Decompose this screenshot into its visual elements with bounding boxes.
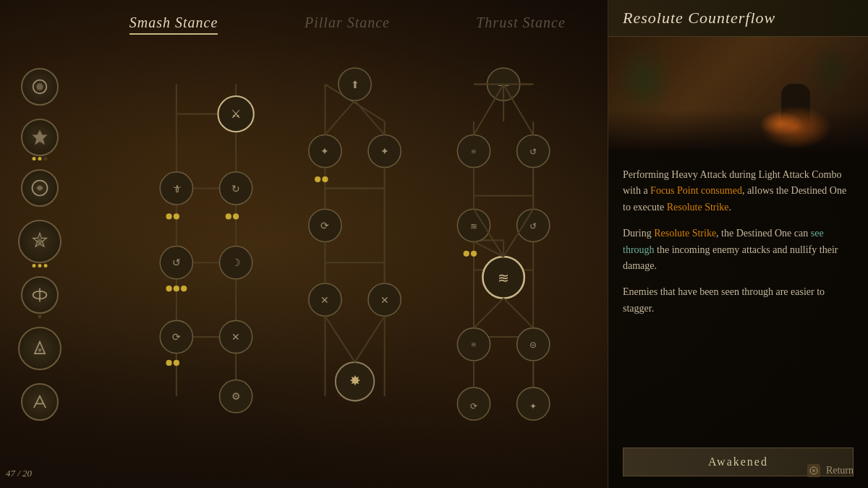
- sidebar-node-4[interactable]: [18, 220, 61, 263]
- svg-text:⚙: ⚙: [231, 390, 241, 402]
- svg-text:✕: ✕: [231, 331, 240, 343]
- sidebar-node-1[interactable]: [21, 68, 59, 106]
- svg-point-61: [368, 283, 401, 316]
- svg-line-105: [503, 299, 533, 328]
- highlight-resolute-strike-1: Resolute Strike: [667, 202, 729, 213]
- svg-point-87: [457, 328, 490, 361]
- svg-point-38: [220, 320, 252, 353]
- svg-point-43: [174, 213, 179, 219]
- skill-description: Performing Heavy Attack during Light Att…: [608, 153, 868, 440]
- svg-point-55: [368, 134, 401, 167]
- svg-text:↺: ↺: [529, 147, 537, 157]
- svg-point-50: [233, 213, 239, 219]
- svg-text:≡: ≡: [472, 147, 477, 157]
- svg-point-51: [339, 68, 371, 100]
- description-p3: Enemies that have been seen through are …: [623, 284, 854, 317]
- sidebar-node-3[interactable]: [21, 169, 59, 207]
- svg-point-49: [226, 213, 231, 219]
- svg-text:⟳: ⟳: [172, 331, 181, 343]
- svg-line-102: [503, 209, 533, 257]
- svg-line-103: [474, 241, 503, 257]
- smash-stance-header[interactable]: Smash Stance: [129, 14, 218, 35]
- svg-text:⬆: ⬆: [351, 79, 359, 90]
- svg-line-71: [355, 316, 385, 362]
- svg-text:↺: ↺: [529, 221, 537, 231]
- svg-line-14: [325, 85, 384, 121]
- info-panel: Resolute Counterflow Pe: [608, 0, 868, 488]
- highlight-resolute-strike-2: Resolute Strike: [654, 228, 716, 239]
- svg-text:≡: ≡: [472, 340, 477, 350]
- svg-text:✦: ✦: [529, 401, 537, 411]
- svg-text:↺: ↺: [172, 257, 181, 268]
- svg-text:≋: ≋: [498, 271, 509, 286]
- svg-line-70: [325, 316, 354, 362]
- svg-point-47: [166, 360, 172, 366]
- svg-point-63: [336, 362, 374, 401]
- svg-point-46: [181, 286, 187, 291]
- skill-title: Resolute Counterflow: [623, 9, 854, 27]
- svg-line-98: [503, 85, 533, 135]
- svg-text:⚔: ⚔: [231, 107, 241, 121]
- svg-point-3: [38, 239, 43, 244]
- svg-point-93: [517, 388, 550, 420]
- svg-point-45: [174, 286, 179, 291]
- pillar-stance-header[interactable]: Pillar Stance: [305, 14, 390, 30]
- description-p1: Performing Heavy Attack during Light Att…: [623, 167, 854, 215]
- svg-point-28: [160, 172, 192, 205]
- svg-point-53: [309, 134, 341, 167]
- sidebar-node-5[interactable]: [21, 276, 59, 314]
- sidebar-node-6[interactable]: [18, 327, 61, 370]
- svg-point-89: [517, 328, 550, 361]
- sidebar: 47 / 20: [0, 0, 80, 488]
- svg-text:☽: ☽: [231, 257, 241, 268]
- svg-line-97: [474, 85, 503, 135]
- svg-point-111: [812, 469, 815, 472]
- svg-point-42: [166, 213, 172, 219]
- svg-line-66: [355, 100, 385, 134]
- description-p2: During Resolute Strike, the Destined One…: [623, 226, 854, 274]
- svg-point-59: [309, 283, 341, 316]
- svg-text:—: —: [498, 79, 509, 90]
- svg-point-48: [174, 360, 179, 366]
- svg-point-85: [482, 257, 524, 299]
- svg-line-104: [474, 299, 503, 328]
- svg-text:✕: ✕: [380, 294, 389, 306]
- points-label: 47 / 20: [6, 468, 32, 479]
- svg-text:🗡: 🗡: [171, 183, 182, 194]
- svg-point-83: [517, 209, 550, 241]
- svg-point-36: [160, 320, 192, 353]
- svg-point-109: [471, 251, 477, 257]
- svg-point-34: [220, 247, 252, 279]
- svg-point-81: [457, 209, 490, 241]
- return-button[interactable]: Return: [807, 464, 854, 477]
- sidebar-node-2[interactable]: [21, 119, 59, 156]
- svg-text:✸: ✸: [349, 374, 361, 388]
- svg-point-26: [218, 96, 253, 132]
- return-icon: [807, 464, 820, 477]
- svg-point-44: [166, 286, 172, 291]
- highlight-focus-point: Focus Point consumed: [650, 185, 742, 196]
- skill-image: [608, 37, 868, 153]
- stance-headers: Smash Stance Pillar Stance Thrust Stance: [87, 14, 608, 31]
- svg-point-108: [464, 251, 469, 257]
- svg-point-74: [322, 176, 328, 182]
- svg-text:✦: ✦: [320, 145, 329, 157]
- svg-point-75: [488, 68, 520, 100]
- svg-point-73: [315, 176, 320, 182]
- svg-point-32: [160, 247, 192, 279]
- svg-text:⟳: ⟳: [320, 220, 329, 231]
- highlight-see-through: see through: [623, 228, 824, 254]
- svg-point-1: [36, 83, 43, 90]
- svg-text:✕: ✕: [320, 294, 329, 306]
- info-panel-title-bar: Resolute Counterflow: [608, 0, 868, 37]
- svg-point-77: [457, 134, 490, 167]
- svg-point-40: [220, 380, 252, 413]
- svg-line-101: [474, 209, 503, 257]
- sidebar-node-7[interactable]: [21, 383, 59, 421]
- skill-tree: Smash Stance Pillar Stance Thrust Stance: [72, 0, 608, 488]
- skill-tree-svg: ⚔ 🗡 ↻ ↺ ☽ ⟳ ✕ ⚙: [72, 0, 608, 488]
- return-label: Return: [826, 465, 854, 476]
- thrust-stance-header[interactable]: Thrust Stance: [476, 14, 566, 30]
- svg-line-65: [325, 100, 354, 134]
- svg-point-79: [517, 134, 550, 167]
